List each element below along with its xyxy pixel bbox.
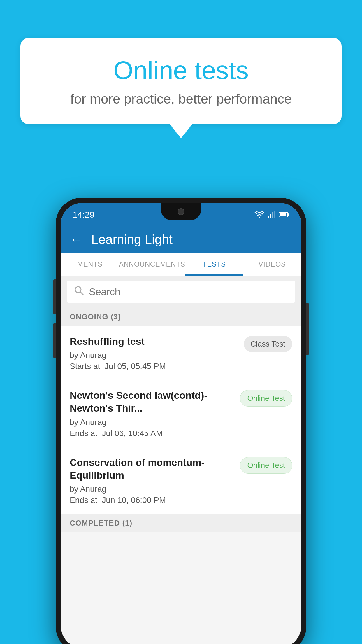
phone-notch [161,203,201,220]
svg-rect-4 [274,211,275,218]
ongoing-section-label: ONGOING (3) [70,312,121,321]
search-bar [67,281,295,303]
tab-tests[interactable]: TESTS [185,253,243,276]
test-badge-online: Online Test [240,390,292,407]
promo-section: Online tests for more practice, better p… [20,38,342,138]
test-name: Newton's Second law(contd)-Newton's Thir… [70,389,234,414]
battery-icon [279,212,289,218]
promo-subtitle: for more practice, better performance [44,91,318,107]
status-icons [254,211,289,218]
svg-rect-6 [288,214,289,216]
svg-rect-7 [280,213,286,216]
svg-line-9 [80,292,83,295]
phone-frame: 14:29 [56,198,306,644]
front-camera [178,208,184,215]
test-info: Conservation of momentum-Equilibrium by … [70,456,234,505]
wifi-icon [254,211,264,218]
volume-down-button[interactable] [53,323,56,358]
signal-icon [268,211,275,218]
test-list: Reshuffling test by Anurag Starts at Jul… [61,326,301,514]
test-time: Starts at Jul 05, 05:45 PM [70,362,238,371]
test-name: Reshuffling test [70,335,238,348]
test-author: by Anurag [70,351,238,360]
test-item[interactable]: Reshuffling test by Anurag Starts at Jul… [61,326,301,380]
test-author: by Anurag [70,418,234,427]
test-time: Ends at Jun 10, 06:00 PM [70,496,234,505]
test-badge-online: Online Test [240,457,292,474]
test-item[interactable]: Newton's Second law(contd)-Newton's Thir… [61,380,301,447]
completed-section-header: COMPLETED (1) [61,514,301,532]
power-button[interactable] [306,303,309,355]
tab-announcements[interactable]: ANNOUNCEMENTS [119,253,185,276]
search-container [61,276,301,308]
svg-point-0 [259,217,260,218]
phone-screen: 14:29 [61,203,301,644]
test-badge-class: Class Test [244,336,292,352]
svg-rect-2 [270,214,271,218]
tabs-bar: MENTS ANNOUNCEMENTS TESTS VIDEOS [61,253,301,276]
speech-bubble-arrow [169,124,193,138]
status-time: 14:29 [73,210,94,220]
svg-rect-1 [268,216,269,218]
test-item[interactable]: Conservation of momentum-Equilibrium by … [61,447,301,514]
back-button[interactable]: ← [70,232,82,247]
test-time: Ends at Jul 06, 10:45 AM [70,429,234,438]
test-info: Newton's Second law(contd)-Newton's Thir… [70,389,234,438]
volume-up-button[interactable] [53,279,56,314]
nav-bar: ← Learning Light [61,226,301,253]
ongoing-section-header: ONGOING (3) [61,308,301,326]
search-icon [74,285,84,298]
tab-assignments[interactable]: MENTS [61,253,119,276]
speech-bubble: Online tests for more practice, better p… [20,38,342,124]
test-info: Reshuffling test by Anurag Starts at Jul… [70,335,238,371]
svg-rect-3 [272,212,273,218]
search-input[interactable] [89,286,288,298]
completed-section-label: COMPLETED (1) [70,519,132,527]
app-title: Learning Light [91,232,173,247]
test-author: by Anurag [70,484,234,494]
promo-title: Online tests [44,55,318,85]
test-name: Conservation of momentum-Equilibrium [70,456,234,482]
tab-videos[interactable]: VIDEOS [243,253,301,276]
